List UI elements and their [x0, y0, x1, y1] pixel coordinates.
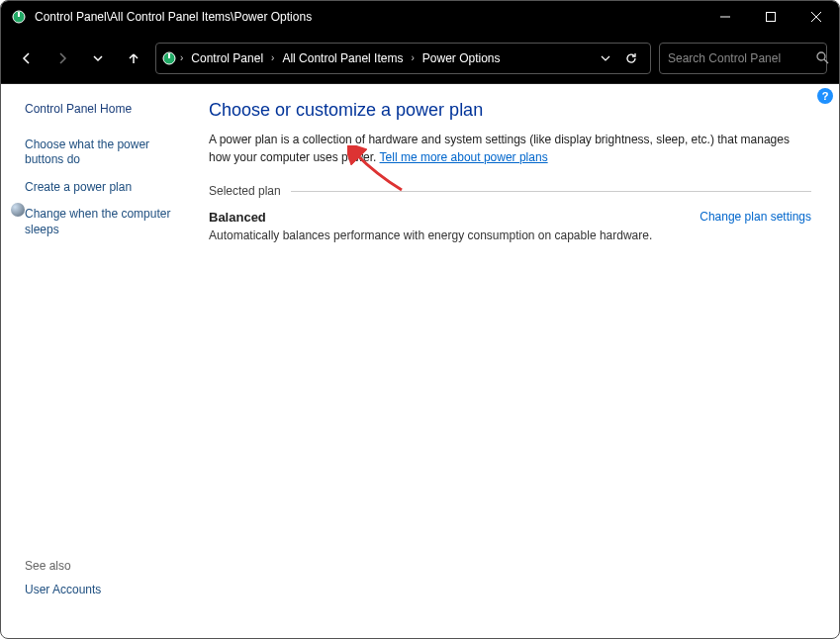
learn-more-link[interactable]: Tell me more about power plans [380, 150, 548, 164]
breadcrumb-item[interactable]: Control Panel [187, 49, 267, 67]
content-area: ? Control Panel Home Choose what the pow… [1, 84, 839, 638]
back-button[interactable] [13, 45, 41, 72]
refresh-button[interactable] [618, 51, 644, 65]
breadcrumb-item[interactable]: Power Options [419, 49, 505, 67]
page-heading: Choose or customize a power plan [209, 100, 811, 121]
minimize-button[interactable] [702, 1, 748, 33]
svg-rect-7 [168, 53, 170, 58]
svg-rect-1 [18, 12, 20, 17]
maximize-button[interactable] [748, 1, 793, 33]
section-label-text: Selected plan [209, 184, 281, 198]
up-button[interactable] [120, 45, 147, 72]
control-panel-home-link[interactable]: Control Panel Home [25, 102, 189, 118]
main-panel: Choose or customize a power plan A power… [199, 84, 839, 638]
sidebar: Control Panel Home Choose what the power… [1, 84, 199, 638]
see-also-label: See also [25, 559, 189, 573]
search-box[interactable] [659, 43, 827, 74]
svg-line-9 [824, 59, 828, 63]
divider [291, 191, 811, 192]
search-icon[interactable] [816, 51, 829, 64]
address-dropdown-button[interactable] [597, 53, 614, 63]
search-input[interactable] [668, 51, 816, 65]
change-plan-settings-link[interactable]: Change plan settings [700, 210, 811, 224]
sidebar-link-create-plan[interactable]: Create a power plan [25, 180, 189, 196]
close-button[interactable] [793, 1, 839, 33]
navbar: › Control Panel › All Control Panel Item… [1, 33, 839, 84]
svg-point-8 [817, 52, 825, 60]
chevron-right-icon[interactable]: › [180, 52, 183, 63]
address-icon [162, 51, 176, 65]
see-also-user-accounts[interactable]: User Accounts [25, 583, 189, 598]
decorative-orb-icon [11, 203, 25, 217]
page-description: A power plan is a collection of hardware… [209, 131, 811, 166]
sidebar-link-power-buttons[interactable]: Choose what the power buttons do [25, 137, 189, 168]
window-controls [702, 1, 839, 33]
chevron-right-icon[interactable]: › [411, 52, 414, 63]
power-options-icon [11, 9, 27, 25]
section-selected-plan: Selected plan [209, 184, 811, 198]
window-title: Control Panel\All Control Panel Items\Po… [35, 10, 702, 24]
plan-row: Balanced Automatically balances performa… [209, 210, 811, 242]
plan-description: Automatically balances performance with … [209, 228, 652, 242]
plan-name: Balanced [209, 210, 652, 225]
chevron-right-icon[interactable]: › [271, 52, 274, 63]
breadcrumb-item[interactable]: All Control Panel Items [278, 49, 407, 67]
forward-button[interactable] [48, 45, 76, 72]
titlebar: Control Panel\All Control Panel Items\Po… [1, 1, 839, 33]
recent-locations-button[interactable] [84, 45, 112, 72]
svg-rect-3 [767, 13, 776, 22]
address-bar[interactable]: › Control Panel › All Control Panel Item… [155, 43, 651, 74]
sidebar-link-sleep[interactable]: Change when the computer sleeps [25, 207, 189, 237]
